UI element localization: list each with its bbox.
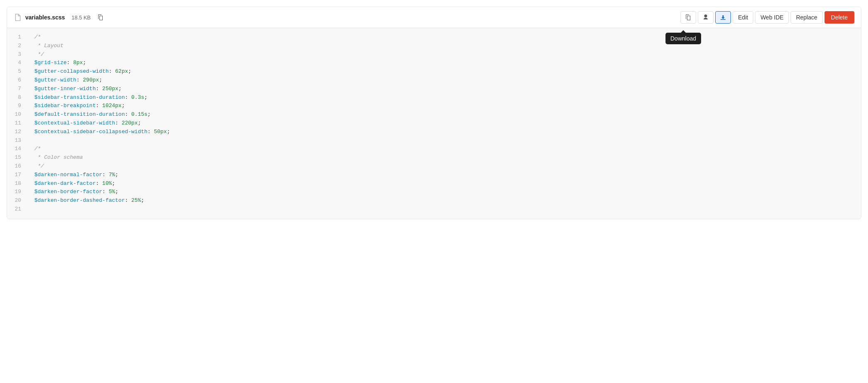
table-row: 17$darken-normal-factor: 7%; (7, 171, 861, 180)
line-number: 1 (7, 33, 28, 42)
table-row: 3 */ (7, 50, 861, 59)
file-actions: Download Edit Web IDE Replace Delete (680, 11, 854, 24)
line-number: 11 (7, 119, 28, 128)
code-area: 1/*2 * Layout3 */4$grid-size: 8px;5$gutt… (7, 28, 861, 219)
line-content: $gutter-width: 290px; (28, 76, 861, 85)
line-content: $gutter-inner-width: 250px; (28, 85, 861, 93)
line-number: 5 (7, 67, 28, 76)
table-row: 6$gutter-width: 290px; (7, 76, 861, 85)
copy-raw-button[interactable] (680, 11, 696, 24)
line-number: 14 (7, 145, 28, 153)
file-viewer: variables.scss 18.5 KB (7, 7, 861, 219)
blame-button[interactable] (698, 11, 714, 24)
download-icon-button[interactable] (715, 11, 731, 24)
table-row: 8$sidebar-transition-duration: 0.3s; (7, 93, 861, 102)
table-row: 20$darken-border-dashed-factor: 25%; (7, 196, 861, 205)
line-number: 8 (7, 93, 28, 102)
table-row: 16 */ (7, 162, 861, 171)
table-row: 10$default-transition-duration: 0.15s; (7, 110, 861, 119)
line-content (28, 205, 861, 214)
table-row: 9$sidebar-breakpoint: 1024px; (7, 102, 861, 110)
line-content: /* (28, 33, 861, 42)
line-content: $darken-border-dashed-factor: 25%; (28, 196, 861, 205)
replace-button[interactable]: Replace (791, 11, 822, 24)
line-number: 18 (7, 180, 28, 188)
line-content: $darken-border-factor: 5%; (28, 188, 861, 196)
line-content: */ (28, 162, 861, 171)
table-row: 13 (7, 136, 861, 145)
file-icon (14, 14, 21, 21)
line-content: $gutter-collapsed-width: 62px; (28, 67, 861, 76)
line-content: $grid-size: 8px; (28, 59, 861, 67)
line-content: $contextual-sidebar-width: 220px; (28, 119, 861, 128)
table-row: 18$darken-dark-factor: 10%; (7, 180, 861, 188)
line-number: 17 (7, 171, 28, 180)
line-content: $contextual-sidebar-collapsed-width: 50p… (28, 128, 861, 136)
table-row: 14/* (7, 145, 861, 153)
line-number: 12 (7, 128, 28, 136)
line-content: $sidebar-transition-duration: 0.3s; (28, 93, 861, 102)
table-row: 2 * Layout (7, 42, 861, 50)
download-tooltip: Download (665, 33, 701, 44)
line-content: /* (28, 145, 861, 153)
line-number: 15 (7, 153, 28, 162)
table-row: 7$gutter-inner-width: 250px; (7, 85, 861, 93)
file-info: variables.scss 18.5 KB (14, 12, 106, 22)
line-content: $sidebar-breakpoint: 1024px; (28, 102, 861, 110)
line-number: 7 (7, 85, 28, 93)
line-number: 6 (7, 76, 28, 85)
table-row: 12$contextual-sidebar-collapsed-width: 5… (7, 128, 861, 136)
file-name: variables.scss (25, 14, 65, 21)
web-ide-button[interactable]: Web IDE (755, 11, 789, 24)
table-row: 19$darken-border-factor: 5%; (7, 188, 861, 196)
line-number: 4 (7, 59, 28, 67)
table-row: 4$grid-size: 8px; (7, 59, 861, 67)
table-row: 11$contextual-sidebar-width: 220px; (7, 119, 861, 128)
line-number: 19 (7, 188, 28, 196)
line-content: $darken-normal-factor: 7%; (28, 171, 861, 180)
table-row: 21 (7, 205, 861, 214)
line-number: 16 (7, 162, 28, 171)
edit-button[interactable]: Edit (733, 11, 753, 24)
line-number: 13 (7, 136, 28, 145)
line-content (28, 136, 861, 145)
line-number: 20 (7, 196, 28, 205)
code-table: 1/*2 * Layout3 */4$grid-size: 8px;5$gutt… (7, 33, 861, 214)
line-number: 21 (7, 205, 28, 214)
line-content: * Color schema (28, 153, 861, 162)
file-size: 18.5 KB (72, 14, 91, 21)
table-row: 5$gutter-collapsed-width: 62px; (7, 67, 861, 76)
copy-path-button[interactable] (95, 12, 106, 22)
line-content: */ (28, 50, 861, 59)
line-number: 2 (7, 42, 28, 50)
line-number: 9 (7, 102, 28, 110)
table-row: 1/* (7, 33, 861, 42)
line-content: $default-transition-duration: 0.15s; (28, 110, 861, 119)
line-content: * Layout (28, 42, 861, 50)
table-row: 15 * Color schema (7, 153, 861, 162)
line-content: $darken-dark-factor: 10%; (28, 180, 861, 188)
delete-button[interactable]: Delete (825, 11, 854, 24)
line-number: 10 (7, 110, 28, 119)
line-number: 3 (7, 50, 28, 59)
file-header: variables.scss 18.5 KB (7, 7, 861, 28)
